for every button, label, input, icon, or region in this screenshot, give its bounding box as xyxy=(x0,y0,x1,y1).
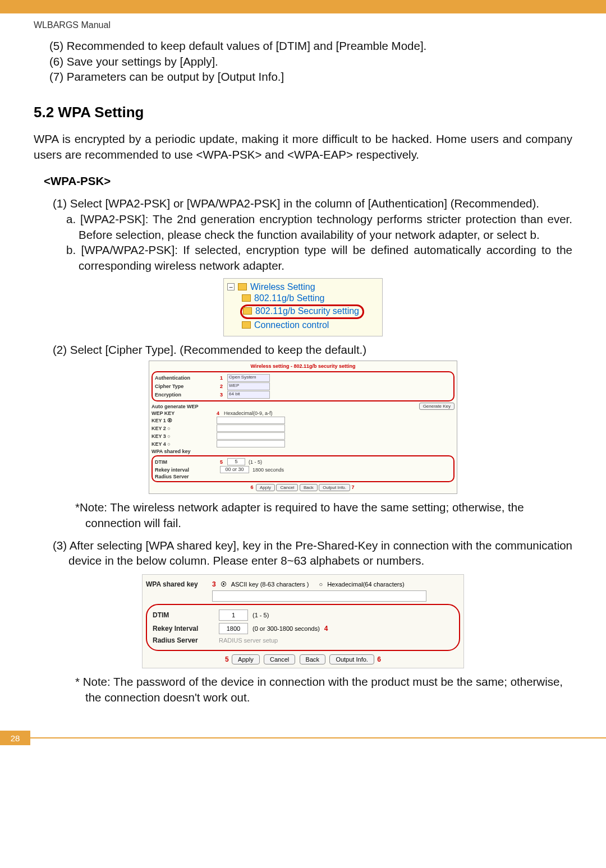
step-1a: a. [WPA2-PSK]: The 2nd generation encryp… xyxy=(66,211,572,242)
tree-node-1-label: 802.11g/b Setting xyxy=(254,293,324,303)
fig3-cancel-button[interactable]: Cancel xyxy=(264,654,295,664)
fig3-rekey-input[interactable]: 1800 xyxy=(219,623,248,634)
fig2-radius-label: Radius Server xyxy=(155,474,217,479)
tree-figure: – Wireless Setting 802.11g/b Setting 802… xyxy=(223,278,383,336)
tree-root-label: Wireless Setting xyxy=(250,282,315,292)
fig3-rekey-label: Rekey Interval xyxy=(153,625,214,632)
fig2-title: Wireless setting - 802.11g/b security se… xyxy=(152,363,454,369)
fig2-dtim-label: DTIM xyxy=(155,459,217,465)
fig2-enc-select[interactable]: 64 bit xyxy=(227,391,270,399)
tree-collapse-icon: – xyxy=(227,283,235,290)
fig2-cipher-select[interactable]: WEP xyxy=(227,382,270,390)
fig2-callout-1: 1 xyxy=(220,375,223,381)
fig2-key3[interactable]: KEY 3 ○ xyxy=(152,433,213,439)
page-content: WLBARGS Manual (5) Recommended to keep d… xyxy=(0,13,606,716)
fig2-bottom-oval: DTIM 5 5 (1 - 5) Rekey interval 00 or 30… xyxy=(152,455,454,482)
tree-root-row: – Wireless Setting xyxy=(227,282,379,292)
fig2-key1[interactable]: KEY 1 ⦿ xyxy=(152,418,213,423)
step-3: (3) After selecting [WPA shared key], ke… xyxy=(53,538,572,569)
page-number: 28 xyxy=(0,731,30,745)
fig3-oval: DTIM 1 (1 - 5) Rekey Interval 1800 (0 or… xyxy=(146,604,460,651)
tree-node-3: Connection control xyxy=(242,320,379,330)
wpa-psk-heading: <WPA-PSK> xyxy=(44,174,572,188)
section-heading: 5.2 WPA Setting xyxy=(34,104,572,121)
fig2-cipher-label: Cipher Type xyxy=(155,384,217,389)
fig2-auth-select[interactable]: Open System xyxy=(227,374,270,382)
fig2-auth-label: Authentication xyxy=(155,375,217,381)
fig2-callout-2: 2 xyxy=(220,384,223,389)
settings-figure-2: Wireless setting - 802.11g/b security se… xyxy=(149,361,457,494)
fig2-cancel-button[interactable]: Cancel xyxy=(276,484,298,491)
note-3: * Note: The password of the device in co… xyxy=(75,674,572,705)
settings-figure-3: WPA shared key 3 ⦿ ASCII key (8-63 chara… xyxy=(142,574,464,668)
footer: 28 xyxy=(0,731,606,745)
fig2-generate-key-button[interactable]: Generate Key xyxy=(419,403,454,410)
fig3-wpa-key-input[interactable] xyxy=(212,590,426,602)
intro-item-6: (6) Save your settings by [Apply]. xyxy=(49,54,572,70)
tree-node-2-highlight: 802.11g/b Security setting xyxy=(240,304,364,319)
manual-title: WLBARGS Manual xyxy=(34,20,572,30)
step-1b: b. [WPA/WPA2-PSK]: If selected, encrypti… xyxy=(66,242,572,273)
fig3-dtim-hint: (1 - 5) xyxy=(252,612,269,618)
fig3-dtim-label: DTIM xyxy=(153,611,214,619)
fig3-ascii-label[interactable]: ASCII key (8-63 characters ) xyxy=(231,581,309,588)
folder-icon xyxy=(242,294,251,302)
fig2-enc-label: Encryption xyxy=(155,392,217,398)
intro-item-5: (5) Recommended to keep default values o… xyxy=(49,38,572,54)
fig3-output-button[interactable]: Output Info. xyxy=(329,654,374,664)
folder-icon xyxy=(243,307,252,315)
fig2-autogen-label: Auto generate WEP xyxy=(152,404,199,409)
fig2-hex-hint: Hexadecimal(0-9, a-f) xyxy=(224,410,273,416)
fig3-callout-3: 3 xyxy=(212,580,216,588)
fig2-output-button[interactable]: Output Info. xyxy=(319,484,350,491)
tree-node-2-label: 802.11g/b Security setting xyxy=(255,306,359,316)
top-orange-bar xyxy=(0,0,606,13)
fig3-apply-button[interactable]: Apply xyxy=(232,654,260,664)
fig2-back-button[interactable]: Back xyxy=(300,484,318,491)
fig2-key2-input[interactable] xyxy=(217,424,285,432)
fig3-radius-label: Radius Server xyxy=(153,636,214,644)
fig2-key4[interactable]: KEY 4 ○ xyxy=(152,441,213,447)
fig3-hex-label[interactable]: Hexadecimal(64 characters) xyxy=(327,581,405,588)
fig3-callout-6: 6 xyxy=(377,655,381,663)
fig3-rekey-hint: (0 or 300-1800 seconds) xyxy=(252,625,320,632)
fig2-rekey-input[interactable]: 00 or 30 xyxy=(220,466,249,473)
tree-node-1: 802.11g/b Setting xyxy=(242,293,379,303)
fig2-rekey-label: Rekey interval xyxy=(155,467,217,473)
step-1: (1) Select [WPA2-PSK] or [WPA/WPA2-PSK] … xyxy=(53,196,572,211)
tree-node-3-label: Connection control xyxy=(254,320,329,330)
fig3-callout-5: 5 xyxy=(225,655,229,663)
fig2-rekey-hint: 1800 seconds xyxy=(252,467,284,473)
fig3-callout-4: 4 xyxy=(324,625,328,632)
fig2-apply-button[interactable]: Apply xyxy=(256,484,275,491)
note-2: *Note: The wireless network adapter is r… xyxy=(75,500,572,530)
folder-icon xyxy=(242,321,251,329)
step-2: (2) Select [Cipher Type]. (Recommended t… xyxy=(53,342,572,358)
fig3-wpa-label: WPA shared key xyxy=(146,580,208,588)
fig2-key3-input[interactable] xyxy=(217,432,285,440)
fig2-callout-4: 4 xyxy=(217,410,219,416)
section-paragraph: WPA is encrypted by a periodic update, m… xyxy=(34,131,572,162)
fig2-top-oval: Authentication 1 Open System Cipher Type… xyxy=(152,371,454,401)
fig2-key2[interactable]: KEY 2 ○ xyxy=(152,426,213,431)
fig3-back-button[interactable]: Back xyxy=(300,654,325,664)
fig2-key4-input[interactable] xyxy=(217,440,285,447)
intro-item-7: (7) Parameters can be output by [Output … xyxy=(49,69,572,85)
fig3-radius-placeholder[interactable]: RADIUS server setup xyxy=(219,637,278,644)
fig2-dtim-hint: (1 - 5) xyxy=(249,459,262,465)
fig2-callout-6: 6 xyxy=(250,484,253,490)
fig3-dtim-input[interactable]: 1 xyxy=(219,610,248,621)
fig2-key1-input[interactable] xyxy=(217,417,285,424)
fig2-dtim-input[interactable]: 5 xyxy=(227,458,245,465)
fig2-callout-3: 3 xyxy=(220,392,223,398)
fig2-callout-5: 5 xyxy=(220,459,223,465)
fig2-callout-7: 7 xyxy=(352,484,355,490)
footer-line xyxy=(30,737,606,738)
fig2-wpa-shared-label: WPA shared key xyxy=(152,449,454,454)
folder-icon xyxy=(238,283,247,290)
fig2-wepkey-label: WEP KEY xyxy=(152,410,213,416)
